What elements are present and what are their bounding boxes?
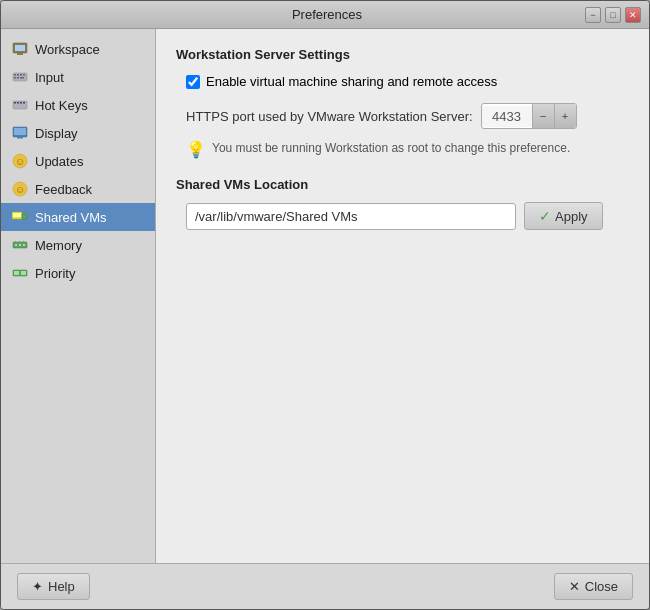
svg-rect-8 — [14, 77, 16, 79]
port-control: − + — [481, 103, 577, 129]
svg-rect-34 — [14, 271, 19, 275]
path-input[interactable] — [186, 203, 516, 230]
svg-rect-28 — [19, 244, 21, 246]
port-increment-button[interactable]: + — [554, 104, 576, 128]
shared-vms-title: Shared VMs Location — [176, 177, 629, 192]
sidebar-item-priority[interactable]: Priority — [1, 259, 155, 287]
apply-button[interactable]: ✓ Apply — [524, 202, 603, 230]
svg-rect-2 — [17, 53, 23, 55]
sidebar-item-updates[interactable]: ☺ Updates — [1, 147, 155, 175]
svg-rect-35 — [21, 271, 26, 275]
help-icon: ✦ — [32, 579, 43, 594]
sidebar-item-feedback[interactable]: ☺ Feedback — [1, 175, 155, 203]
path-row: ✓ Apply — [186, 202, 629, 230]
svg-text:☺: ☺ — [15, 156, 25, 167]
svg-rect-4 — [14, 74, 16, 76]
close-button[interactable]: ✕ Close — [554, 573, 633, 600]
svg-rect-6 — [20, 74, 22, 76]
close-label: Close — [585, 579, 618, 594]
checkbox-row: Enable virtual machine sharing and remot… — [186, 74, 629, 89]
sidebar-item-sharedvms[interactable]: Shared VMs — [1, 203, 155, 231]
svg-rect-31 — [19, 241, 20, 243]
svg-rect-30 — [15, 241, 16, 243]
svg-rect-29 — [23, 244, 25, 246]
sidebar-label-memory: Memory — [35, 238, 82, 253]
svg-rect-13 — [17, 102, 19, 104]
svg-rect-7 — [23, 74, 25, 76]
workspace-icon — [11, 40, 29, 58]
sidebar-label-priority: Priority — [35, 266, 75, 281]
minimize-button[interactable]: − — [585, 7, 601, 23]
sharedvms-icon — [11, 208, 29, 226]
content-area: Workspace Input — [1, 29, 649, 563]
https-port-row: HTTPS port used by VMware Workstation Se… — [186, 103, 629, 129]
https-label: HTTPS port used by VMware Workstation Se… — [186, 109, 473, 124]
svg-rect-12 — [14, 102, 16, 104]
close-window-button[interactable]: ✕ — [625, 7, 641, 23]
sidebar-label-display: Display — [35, 126, 78, 141]
preferences-window: Preferences − □ ✕ Workspace — [0, 0, 650, 610]
info-icon: 💡 — [186, 140, 206, 159]
sidebar-label-workspace: Workspace — [35, 42, 100, 57]
sidebar-item-memory[interactable]: Memory — [1, 231, 155, 259]
section-title: Workstation Server Settings — [176, 47, 629, 62]
svg-rect-32 — [23, 241, 24, 243]
sidebar-item-hotkeys[interactable]: Hot Keys — [1, 91, 155, 119]
svg-rect-1 — [15, 45, 25, 51]
svg-rect-10 — [20, 77, 24, 79]
window-title: Preferences — [69, 7, 585, 22]
hotkeys-icon — [11, 96, 29, 114]
maximize-button[interactable]: □ — [605, 7, 621, 23]
feedback-icon: ☺ — [11, 180, 29, 198]
svg-rect-9 — [17, 77, 19, 79]
svg-rect-5 — [17, 74, 19, 76]
sidebar-label-feedback: Feedback — [35, 182, 92, 197]
port-input[interactable] — [482, 106, 532, 127]
titlebar-controls: − □ ✕ — [585, 7, 641, 23]
svg-rect-25 — [22, 214, 27, 219]
info-row: 💡 You must be running Workstation as roo… — [186, 139, 629, 159]
sidebar-label-sharedvms: Shared VMs — [35, 210, 107, 225]
sidebar-item-workspace[interactable]: Workspace — [1, 35, 155, 63]
svg-rect-17 — [14, 128, 26, 135]
apply-check-icon: ✓ — [539, 208, 551, 224]
sidebar: Workspace Input — [1, 29, 156, 563]
footer: ✦ Help ✕ Close — [1, 563, 649, 609]
help-button[interactable]: ✦ Help — [17, 573, 90, 600]
enable-sharing-checkbox[interactable] — [186, 75, 200, 89]
info-text: You must be running Workstation as root … — [212, 139, 570, 157]
svg-rect-27 — [15, 244, 17, 246]
close-footer-icon: ✕ — [569, 579, 580, 594]
port-decrement-button[interactable]: − — [532, 104, 554, 128]
sidebar-item-input[interactable]: Input — [1, 63, 155, 91]
titlebar: Preferences − □ ✕ — [1, 1, 649, 29]
updates-icon: ☺ — [11, 152, 29, 170]
svg-rect-18 — [17, 137, 23, 139]
sidebar-label-updates: Updates — [35, 154, 83, 169]
input-icon — [11, 68, 29, 86]
priority-icon — [11, 264, 29, 282]
apply-label: Apply — [555, 209, 588, 224]
svg-rect-24 — [13, 213, 21, 217]
svg-rect-14 — [20, 102, 22, 104]
svg-rect-15 — [23, 102, 25, 104]
memory-icon — [11, 236, 29, 254]
enable-sharing-label: Enable virtual machine sharing and remot… — [206, 74, 497, 89]
help-label: Help — [48, 579, 75, 594]
display-icon — [11, 124, 29, 142]
sidebar-label-input: Input — [35, 70, 64, 85]
sidebar-item-display[interactable]: Display — [1, 119, 155, 147]
main-panel: Workstation Server Settings Enable virtu… — [156, 29, 649, 563]
svg-text:☺: ☺ — [15, 184, 25, 195]
sidebar-label-hotkeys: Hot Keys — [35, 98, 88, 113]
